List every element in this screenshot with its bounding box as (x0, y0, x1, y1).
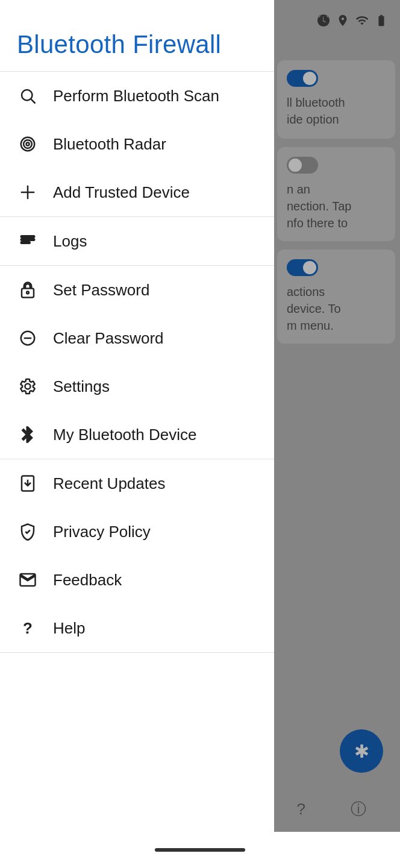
menu-section-1: Perform Bluetooth Scan Bluetooth Radar (0, 72, 274, 217)
privacy-policy-label: Privacy Policy (53, 523, 151, 541)
navigation-bar (0, 832, 400, 868)
download-icon (17, 473, 39, 494)
radar-icon (17, 133, 39, 155)
perform-scan-label: Perform Bluetooth Scan (53, 87, 219, 105)
menu-item-bluetooth-radar[interactable]: Bluetooth Radar (0, 120, 274, 168)
menu-item-recent-updates[interactable]: Recent Updates (0, 459, 274, 508)
feedback-label: Feedback (53, 571, 122, 590)
drawer-header: Bluetooth Firewall (0, 0, 274, 72)
lock-icon (17, 279, 39, 301)
search-icon (17, 85, 39, 107)
my-bluetooth-label: My Bluetooth Device (53, 426, 196, 444)
set-password-label: Set Password (53, 281, 149, 300)
svg-rect-9 (21, 242, 30, 244)
recent-updates-label: Recent Updates (53, 474, 165, 493)
menu-item-add-trusted[interactable]: Add Trusted Device (0, 168, 274, 216)
menu-item-perform-scan[interactable]: Perform Bluetooth Scan (0, 72, 274, 120)
bluetooth-radar-label: Bluetooth Radar (53, 135, 166, 154)
menu-item-settings[interactable]: Settings (0, 362, 274, 410)
plus-icon (17, 181, 39, 203)
menu-section-2: Logs (0, 217, 274, 266)
logs-label: Logs (53, 232, 87, 251)
bluetooth-icon (17, 424, 39, 445)
menu-section-3: Set Password Clear Password (0, 266, 274, 459)
menu-item-logs[interactable]: Logs (0, 217, 274, 265)
home-indicator[interactable] (155, 848, 245, 852)
drawer-title: Bluetooth Firewall (17, 30, 221, 58)
svg-point-0 (22, 90, 33, 101)
envelope-icon (17, 569, 39, 591)
menu-item-set-password[interactable]: Set Password (0, 266, 274, 314)
svg-rect-7 (21, 236, 35, 237)
add-trusted-label: Add Trusted Device (53, 183, 190, 202)
menu-section-4: Recent Updates Privacy Policy (0, 459, 274, 653)
shield-check-icon (17, 521, 39, 542)
menu-item-help[interactable]: ? Help (0, 604, 274, 652)
menu-item-feedback[interactable]: Feedback (0, 556, 274, 604)
menu-item-clear-password[interactable]: Clear Password (0, 314, 274, 362)
settings-icon (17, 376, 39, 397)
svg-line-1 (31, 99, 36, 104)
logs-icon (17, 230, 39, 252)
svg-point-3 (23, 140, 32, 148)
menu-item-my-bluetooth[interactable]: My Bluetooth Device (0, 410, 274, 459)
svg-rect-8 (21, 239, 35, 241)
clear-password-label: Clear Password (53, 329, 164, 348)
drawer-menu: Perform Bluetooth Scan Bluetooth Radar (0, 72, 274, 868)
question-icon: ? (17, 617, 39, 639)
settings-label: Settings (53, 377, 110, 396)
help-label: Help (53, 619, 85, 638)
minus-circle-icon (17, 327, 39, 349)
navigation-drawer: Bluetooth Firewall Perform Bluetooth Sca… (0, 0, 274, 868)
svg-point-4 (27, 143, 30, 146)
menu-item-privacy-policy[interactable]: Privacy Policy (0, 508, 274, 556)
